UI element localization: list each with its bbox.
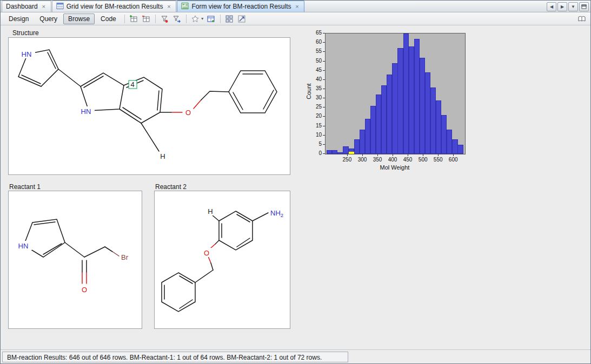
reactant2-canvas[interactable]: H NH2 O: [155, 191, 290, 328]
histogram-bar: [354, 139, 360, 154]
table-remove-icon[interactable]: [141, 14, 152, 24]
histogram-bar: [457, 145, 463, 154]
histogram-bar: [447, 130, 452, 154]
toolbar-separator: [155, 15, 156, 23]
histogram-bar: [360, 130, 365, 154]
bromine-label: Br: [121, 253, 129, 261]
histogram-bar: [343, 146, 348, 154]
form-layout-icon[interactable]: [224, 14, 235, 24]
tab-scroll-controls: ◀ ▶ ▼: [547, 2, 589, 11]
reactant2-panel[interactable]: H NH2 O: [154, 191, 290, 329]
toolbar-separator: [220, 15, 221, 23]
favorites-dropdown-caret[interactable]: ▼: [201, 17, 204, 21]
histogram-bar: [365, 119, 370, 154]
histogram-bar: [403, 33, 409, 154]
histogram-plot[interactable]: [325, 33, 466, 154]
histogram-bar: [387, 75, 392, 154]
hydrogen-label: H: [208, 207, 213, 215]
table-add-icon[interactable]: [128, 14, 140, 24]
histogram-bar: [337, 152, 343, 154]
histogram-bar: [409, 46, 414, 154]
status-bar: BM-reaction Results: 646 out of 646 rows…: [1, 349, 590, 363]
tab-label: Grid view for BM-reaction Results: [67, 3, 163, 10]
notebook-icon[interactable]: [576, 14, 587, 24]
atom-map-number: 4: [130, 80, 134, 89]
grid-view-icon: [56, 2, 64, 11]
x-axis-title: Mol Weight: [325, 164, 464, 171]
form-view-area: Structure HN HN: [1, 25, 590, 349]
pyrrole-nh-label: HN: [18, 242, 29, 250]
histogram-bar: [370, 106, 376, 154]
structure-panel-title: Structure: [12, 29, 39, 37]
reactant1-canvas[interactable]: HN O Br: [9, 191, 142, 328]
tab-dashboard[interactable]: Dashboard ×: [2, 1, 51, 12]
histogram-bar: [397, 48, 403, 154]
toolbar-separator: [124, 15, 125, 23]
histogram-bar: [332, 150, 337, 154]
menu-code[interactable]: Code: [96, 14, 121, 24]
tab-close-icon[interactable]: ×: [41, 3, 47, 10]
indole-nh-label: HN: [81, 107, 91, 116]
tab-grid-view[interactable]: Grid view for BM-reaction Results ×: [52, 1, 177, 12]
hydrogen-label: H: [160, 152, 165, 160]
application-window: Dashboard × Grid view for BM-reaction Re…: [0, 0, 591, 364]
ether-oxygen-label: O: [204, 249, 209, 257]
clear-filter-icon[interactable]: [171, 14, 183, 24]
mol-weight-histogram: Count 05101520253035404550556065 2503003…: [301, 28, 480, 174]
histogram-bar: [425, 72, 430, 154]
histogram-bar: [381, 85, 387, 154]
histogram-bar: [420, 58, 425, 154]
y-axis-title: Count: [306, 74, 312, 109]
histogram-bar: [452, 139, 457, 154]
histogram-bar: [327, 150, 332, 154]
scroll-tabs-right-button[interactable]: ▶: [557, 2, 567, 11]
reactant2-panel-title: Reactant 2: [155, 183, 187, 191]
save-view-table-icon[interactable]: [205, 14, 217, 24]
histogram-bar: [376, 95, 381, 154]
tab-label: Form view for BM-reaction Results: [191, 3, 291, 10]
tab-list-dropdown-button[interactable]: ▼: [568, 2, 578, 11]
ether-oxygen-label: O: [185, 109, 191, 117]
menu-design[interactable]: Design: [4, 14, 34, 24]
toolbar: Design Query Browse Code ▼: [1, 12, 590, 25]
histogram-bar: [414, 39, 420, 154]
reactant1-panel[interactable]: HN O Br: [8, 191, 142, 329]
selected-bin-marker: [349, 152, 354, 154]
tab-form-view[interactable]: Form view for BM-reaction Results ×: [177, 1, 304, 12]
filter-icon[interactable]: [159, 14, 170, 24]
menu-query[interactable]: Query: [35, 14, 62, 24]
tab-close-icon[interactable]: ×: [294, 3, 300, 10]
pyrrole-nh-label: HN: [22, 50, 32, 58]
structure-panel[interactable]: HN HN 4 O H: [8, 37, 290, 175]
histogram-bar: [436, 100, 441, 154]
tab-bar: Dashboard × Grid view for BM-reaction Re…: [1, 1, 590, 12]
carbonyl-oxygen-label: O: [82, 286, 87, 294]
structure-canvas[interactable]: HN HN 4 O H: [9, 38, 290, 174]
histogram-bar: [430, 87, 436, 154]
maximize-view-button[interactable]: [579, 2, 589, 11]
tab-label: Dashboard: [6, 3, 38, 10]
reactant1-panel-title: Reactant 1: [9, 183, 41, 191]
row-count-status: BM-reaction Results: 646 out of 646 rows…: [2, 352, 348, 362]
tab-close-icon[interactable]: ×: [165, 3, 172, 10]
form-view-icon: [181, 2, 189, 11]
histogram-bar: [441, 115, 447, 154]
histogram-bar: [392, 63, 397, 154]
menu-browse[interactable]: Browse: [63, 14, 95, 24]
fit-to-window-icon[interactable]: [236, 14, 248, 24]
toolbar-separator: [186, 15, 187, 23]
favorites-star-icon[interactable]: [190, 14, 201, 24]
scroll-tabs-left-button[interactable]: ◀: [547, 2, 556, 11]
